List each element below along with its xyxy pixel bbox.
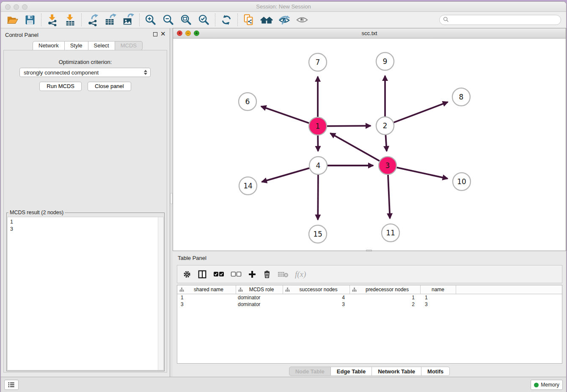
node-table[interactable]: shared name MCDS role successor nodes pr… (177, 285, 562, 364)
application-window: Session: New Session (0, 1, 567, 392)
table-row[interactable]: 3 dominator 3 2 3 (177, 301, 562, 308)
cell-mcds-role: dominator (236, 295, 283, 301)
criterion-select-value: strongly connected component (24, 69, 99, 76)
status-bar: Memory (1, 377, 566, 392)
hide-columns-icon[interactable] (231, 271, 242, 277)
export-network-icon[interactable] (84, 13, 102, 27)
window-title: Session: New Session (1, 3, 566, 10)
close-panel-icon[interactable]: ✕ (160, 30, 166, 38)
graph-edge-3-10[interactable] (397, 168, 448, 179)
network-window-title: scc.txt (173, 30, 566, 36)
graph-edge-4-14[interactable] (262, 168, 309, 182)
table-options-gear-icon[interactable] (183, 270, 191, 279)
main-toolbar (1, 12, 566, 28)
tab-mcds[interactable]: MCDS (115, 41, 143, 50)
graph-node-7[interactable]: 7 (309, 53, 327, 71)
graph-edge-3-1[interactable] (330, 133, 380, 161)
import-network-icon[interactable] (44, 13, 61, 27)
memory-label: Memory (541, 382, 559, 388)
control-panel-tabs: Network Style Select MCDS (33, 41, 143, 50)
export-image-icon[interactable] (119, 13, 137, 27)
open-folder-icon[interactable] (3, 13, 21, 27)
new-network-from-selection-icon[interactable] (240, 13, 258, 27)
graph-node-4[interactable]: 4 (309, 157, 327, 174)
tab-motifs[interactable]: Motifs (421, 367, 450, 376)
graph-edge-1-2[interactable] (327, 126, 371, 126)
memory-button[interactable]: Memory (531, 380, 563, 390)
graph-edge-2-8[interactable] (394, 102, 448, 122)
tab-network[interactable]: Network (33, 41, 65, 50)
cell-shared-name: 1 (177, 295, 236, 301)
column-header-successor-nodes[interactable]: successor nodes (283, 285, 350, 294)
zoom-in-icon[interactable] (142, 13, 160, 27)
zoom-fit-icon[interactable] (177, 13, 195, 27)
tab-node-table[interactable]: Node Table (289, 367, 331, 376)
column-header-mcds-role[interactable]: MCDS role (236, 285, 283, 294)
task-history-button[interactable] (4, 380, 19, 390)
graph-edge-1-6[interactable] (261, 106, 309, 123)
graph-node-10[interactable]: 10 (453, 173, 471, 190)
search-field[interactable] (439, 15, 561, 25)
add-row-icon[interactable] (248, 270, 256, 279)
cell-name: 1 (421, 295, 456, 301)
graph-node-11[interactable]: 11 (382, 224, 399, 242)
tab-select[interactable]: Select (88, 41, 115, 50)
search-icon (443, 17, 449, 24)
svg-text:3: 3 (385, 161, 390, 170)
control-panel-title: Control Panel (5, 32, 39, 38)
split-table-view-icon[interactable] (198, 270, 207, 279)
hide-selected-icon[interactable] (275, 13, 293, 27)
zoom-out-icon[interactable] (160, 13, 177, 27)
tab-style[interactable]: Style (65, 41, 88, 50)
import-table-icon[interactable] (61, 13, 79, 27)
column-header-predecessor-nodes[interactable]: predecessor nodes (350, 285, 421, 294)
mcds-panel: Optimization criterion: strongly connect… (3, 50, 167, 373)
column-tree-icon (352, 287, 357, 292)
graph-edge-3-11[interactable] (388, 175, 390, 218)
column-header-name[interactable]: name (421, 285, 456, 294)
network-window-titlebar: × − + scc.txt (173, 28, 566, 39)
graph-node-9[interactable]: 9 (376, 52, 394, 70)
table-panel-title: Table Panel (178, 255, 206, 261)
graph-edge-2-3[interactable] (385, 135, 386, 151)
column-tree-icon (238, 287, 243, 292)
criterion-select[interactable]: strongly connected component (19, 68, 151, 77)
cell-predecessor-nodes: 1 (350, 295, 421, 301)
svg-text:8: 8 (459, 93, 464, 101)
graph-node-14[interactable]: 14 (239, 177, 257, 195)
table-toolbar: f(x) (177, 265, 562, 283)
cell-successor-nodes: 3 (283, 301, 350, 307)
graph-edge-4-15[interactable] (318, 175, 318, 220)
save-icon[interactable] (21, 13, 39, 27)
graph-node-15[interactable]: 15 (309, 225, 327, 243)
close-panel-button[interactable]: Close panel (88, 82, 131, 91)
graph-node-2[interactable]: 2 (376, 117, 394, 135)
svg-text:1: 1 (316, 122, 320, 130)
graph-node-3[interactable]: 3 (379, 157, 396, 174)
svg-text:10: 10 (457, 177, 466, 186)
delete-rows-icon[interactable] (263, 270, 271, 279)
graph-node-1[interactable]: 1 (309, 117, 327, 135)
zoom-selected-icon[interactable] (195, 13, 213, 27)
tab-edge-table[interactable]: Edge Table (331, 367, 372, 376)
graph-node-6[interactable]: 6 (239, 93, 256, 110)
list-icon (8, 381, 15, 388)
result-scrollbar[interactable] (158, 217, 163, 370)
export-table-icon[interactable] (102, 13, 119, 27)
graph-node-8[interactable]: 8 (452, 88, 470, 106)
run-mcds-button[interactable]: Run MCDS (39, 82, 82, 91)
tab-network-table[interactable]: Network Table (372, 367, 421, 376)
network-resize-grip[interactable] (366, 250, 372, 251)
show-all-icon[interactable] (293, 13, 311, 27)
toolbar-separator (215, 14, 215, 26)
table-row[interactable]: 1 dominator 4 1 1 (177, 294, 562, 301)
search-input[interactable] (449, 16, 561, 24)
column-header-shared-name[interactable]: shared name (177, 285, 236, 294)
network-canvas[interactable]: 7968124314101511 (173, 39, 566, 251)
refresh-network-icon[interactable] (217, 13, 235, 27)
float-panel-icon[interactable] (153, 32, 157, 36)
select-arrows-icon (144, 70, 147, 75)
first-neighbors-icon[interactable] (258, 13, 275, 27)
svg-text:14: 14 (243, 182, 253, 190)
show-columns-icon[interactable] (213, 271, 224, 277)
